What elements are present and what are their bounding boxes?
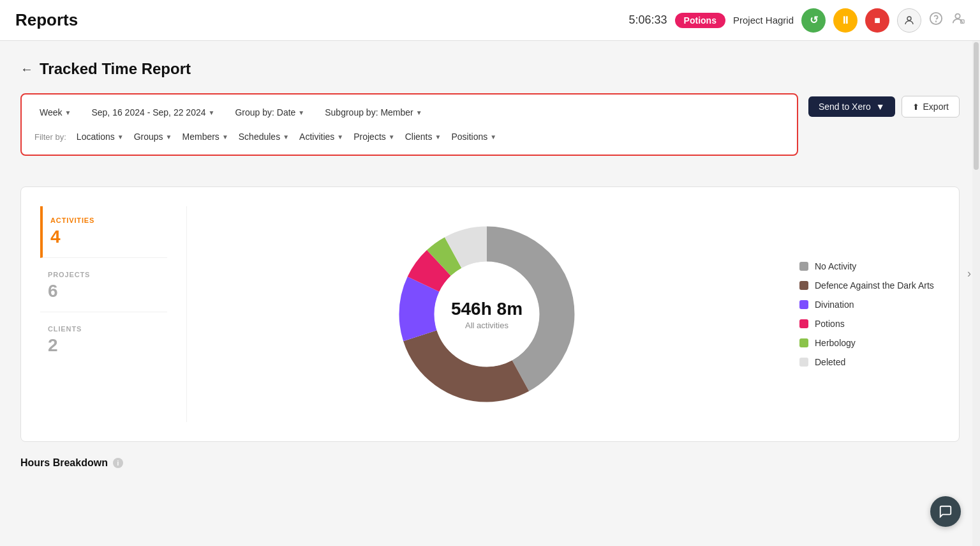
main-content: ← Tracked Time Report Week ▼ Sep, 16 202…	[0, 41, 980, 494]
projects-label: PROJECTS	[48, 271, 167, 278]
app-title: Reports	[15, 10, 78, 30]
schedules-filter[interactable]: Schedules ▼	[234, 129, 294, 144]
chat-button[interactable]	[930, 496, 961, 527]
page-header: ← Tracked Time Report	[20, 60, 960, 78]
projects-stat: PROJECTS 6	[40, 258, 167, 312]
clients-value: 2	[48, 335, 167, 356]
active-project-name: Project Hagrid	[733, 15, 794, 26]
donut-center: 546h 8m All activities	[451, 299, 523, 330]
herbology-label: Herbology	[815, 338, 856, 348]
donut-chart: 546h 8m All activities	[385, 212, 589, 416]
timer-display: 5:06:33	[629, 13, 667, 27]
back-button[interactable]: ←	[20, 62, 33, 77]
no-activity-label: No Activity	[815, 261, 856, 271]
legend-defence: Defence Against the Dark Arts	[799, 280, 940, 291]
potions-dot	[799, 319, 808, 328]
herbology-dot	[799, 338, 808, 347]
legend-divination: Divination	[799, 300, 940, 310]
all-activities-label: All activities	[451, 321, 523, 330]
no-activity-dot	[799, 262, 808, 271]
week-dropdown-caret: ▼	[65, 109, 71, 116]
filter-top-row: Week ▼ Sep, 16 2024 - Sep, 22 2024 ▼ Gro…	[34, 105, 784, 120]
svg-point-3	[955, 14, 960, 19]
members-filter[interactable]: Members ▼	[177, 129, 234, 144]
hours-breakdown-title: Hours Breakdown i	[20, 457, 960, 469]
total-time: 546h 8m	[451, 299, 523, 319]
locations-filter[interactable]: Locations ▼	[71, 129, 129, 144]
activities-stat: ACTIVITIES 4	[40, 206, 167, 258]
subgroup-by-dropdown[interactable]: Subgroup by: Member ▼	[320, 105, 427, 120]
activities-label: ACTIVITIES	[50, 216, 167, 224]
filter-by-label: Filter by:	[34, 132, 66, 142]
projects-filter[interactable]: Projects ▼	[348, 129, 399, 144]
export-button[interactable]: ⬆ Export	[902, 96, 960, 118]
deleted-label: Deleted	[815, 357, 845, 367]
stop-timer-button[interactable]: ■	[865, 8, 889, 33]
action-buttons: Send to Xero ▼ ⬆ Export	[808, 93, 960, 118]
svg-point-0	[907, 17, 911, 20]
legend-herbology: Herbology	[799, 338, 940, 348]
app-header: Reports 5:06:33 Potions Project Hagrid ↺…	[0, 0, 980, 41]
clients-stat: CLIENTS 2	[40, 312, 167, 366]
legend-potions: Potions	[799, 319, 940, 329]
filter-bottom-row: Filter by: Locations ▼ Groups ▼ Members …	[34, 129, 784, 144]
stats-panel: ACTIVITIES 4 PROJECTS 6 CLIENTS 2	[40, 206, 187, 422]
date-range-dropdown[interactable]: Sep, 16 2024 - Sep, 22 2024 ▼	[86, 105, 219, 120]
activities-value: 4	[50, 227, 167, 247]
date-range-caret: ▼	[209, 109, 215, 116]
pause-timer-button[interactable]: ⏸	[833, 8, 858, 33]
positions-filter[interactable]: Positions ▼	[446, 129, 501, 144]
subgroup-by-caret: ▼	[416, 109, 422, 116]
defence-dot	[799, 281, 808, 290]
deleted-dot	[799, 358, 808, 367]
defence-label: Defence Against the Dark Arts	[815, 280, 934, 291]
group-by-dropdown[interactable]: Group by: Date ▼	[230, 105, 309, 120]
legend-no-activity: No Activity	[799, 261, 940, 271]
send-to-xero-button[interactable]: Send to Xero ▼	[808, 96, 895, 117]
activities-filter[interactable]: Activities ▼	[294, 129, 348, 144]
svg-point-2	[936, 21, 937, 22]
active-timer-badge[interactable]: Potions	[675, 13, 725, 28]
scrollbar[interactable]	[972, 41, 980, 546]
page-title: Tracked Time Report	[40, 60, 191, 78]
hours-info-icon[interactable]: i	[113, 458, 123, 468]
settings-button[interactable]	[951, 11, 965, 29]
header-right: 5:06:33 Potions Project Hagrid ↺ ⏸ ■	[629, 8, 965, 33]
send-xero-caret: ▼	[876, 102, 885, 112]
chart-legend: No Activity Defence Against the Dark Art…	[787, 206, 940, 422]
help-button[interactable]	[929, 11, 943, 29]
clients-label: CLIENTS	[48, 325, 167, 333]
user-profile-button[interactable]	[897, 8, 921, 33]
divination-label: Divination	[815, 300, 854, 310]
groups-filter[interactable]: Groups ▼	[129, 129, 177, 144]
start-timer-button[interactable]: ↺	[801, 8, 826, 33]
content-card: ACTIVITIES 4 PROJECTS 6 CLIENTS 2	[20, 186, 960, 442]
scrollbar-thumb[interactable]	[974, 42, 979, 170]
projects-value: 6	[48, 281, 167, 301]
export-icon: ⬆	[912, 102, 919, 112]
legend-deleted: Deleted	[799, 357, 940, 367]
expand-sidebar-button[interactable]: ›	[967, 266, 971, 280]
potions-label: Potions	[815, 319, 845, 329]
group-by-caret: ▼	[298, 109, 304, 116]
chart-area: 546h 8m All activities	[187, 206, 787, 422]
divination-dot	[799, 300, 808, 309]
week-filter-dropdown[interactable]: Week ▼	[34, 105, 76, 120]
clients-filter[interactable]: Clients ▼	[400, 129, 447, 144]
hours-breakdown-section: Hours Breakdown i	[20, 457, 960, 475]
filter-bar: Week ▼ Sep, 16 2024 - Sep, 22 2024 ▼ Gro…	[20, 93, 798, 156]
